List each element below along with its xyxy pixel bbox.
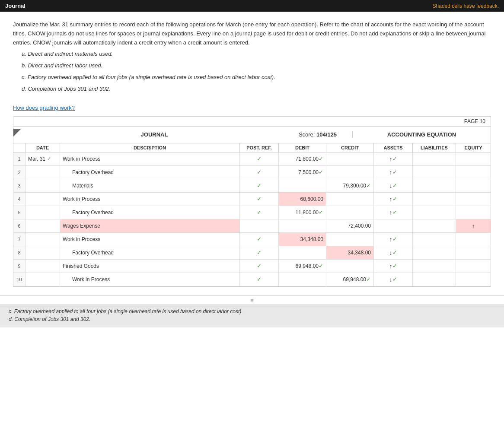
cell-postref[interactable]: ✓ [240, 233, 279, 246]
assets-check-icon: ✓ [392, 249, 397, 256]
cell-date[interactable]: Mar. 31 ✓ [26, 152, 60, 165]
row-number: 7 [13, 233, 26, 246]
cell-debit[interactable]: 34,348.00 [279, 233, 326, 246]
debit-value: 7,500.00 [298, 169, 319, 175]
col-liabilities: LIABILITIES [413, 143, 456, 152]
journal-section: PAGE 10 JOURNAL Score: 104/125 ACCOUNTIN… [13, 116, 491, 287]
cell-credit[interactable]: 79,300.00 ✓ [326, 179, 374, 192]
cell-debit[interactable]: 60,600.00 [279, 193, 326, 206]
cell-liabilities [413, 233, 456, 246]
cell-credit[interactable] [326, 233, 374, 246]
cell-credit[interactable] [326, 193, 374, 206]
instruction-a: a. Direct and indirect materials used. [22, 50, 491, 59]
cell-description[interactable]: Work in Process [60, 233, 240, 246]
postref-check-icon: ✓ [257, 196, 262, 202]
postref-check-icon: ✓ [257, 156, 262, 162]
postref-check-icon: ✓ [257, 169, 262, 175]
cell-description[interactable]: Factory Overhead [60, 166, 240, 179]
cell-equity [456, 206, 491, 219]
cell-debit[interactable] [279, 273, 326, 286]
col-postref: POST. REF. [240, 143, 279, 152]
cell-date[interactable] [26, 273, 60, 286]
cell-credit[interactable]: 34,348.00 [326, 246, 374, 259]
cell-credit[interactable]: 72,400.00 [326, 219, 374, 232]
cell-debit[interactable]: 11,800.00 ✓ [279, 206, 326, 219]
cell-assets: ↑ ✓ [374, 206, 413, 219]
cell-postref[interactable]: ✓ [240, 193, 279, 206]
cell-postref[interactable]: ✓ [240, 179, 279, 192]
postref-check-icon: ✓ [257, 236, 262, 242]
assets-check-icon: ✓ [392, 209, 397, 216]
cell-date[interactable] [26, 193, 60, 206]
cell-date[interactable] [26, 260, 60, 273]
cell-credit[interactable] [326, 152, 374, 165]
cell-date[interactable] [26, 206, 60, 219]
cell-description[interactable]: Finished Goods [60, 260, 240, 273]
cell-credit[interactable]: 69,948.00 ✓ [326, 273, 374, 286]
cell-debit[interactable]: 71,800.00 ✓ [279, 152, 326, 165]
cell-postref[interactable]: ✓ [240, 260, 279, 273]
instruction-b: b. Direct and indirect labor used. [22, 61, 491, 70]
cell-date[interactable] [26, 233, 60, 246]
assets-check-icon: ✓ [392, 236, 397, 242]
cell-liabilities [413, 219, 456, 232]
postref-check-icon: ✓ [257, 263, 262, 269]
debit-check-icon: ✓ [319, 263, 323, 269]
cell-postref[interactable] [240, 219, 279, 232]
cell-postref[interactable]: ✓ [240, 246, 279, 259]
postref-check-icon: ✓ [257, 209, 262, 216]
cell-credit[interactable] [326, 260, 374, 273]
cell-assets: ↓ ✓ [374, 273, 413, 286]
page-label: PAGE 10 [464, 118, 485, 124]
cell-assets: ↑ ✓ [374, 193, 413, 206]
grading-link[interactable]: How does grading work? [13, 105, 75, 111]
footer-bar: c. Factory overhead applied to all four … [0, 305, 504, 327]
assets-check-icon: ✓ [392, 169, 397, 175]
date-text: Mar. 31 [28, 156, 45, 162]
journal-label: JOURNAL [26, 131, 283, 138]
cell-postref[interactable]: ✓ [240, 152, 279, 165]
credit-value: 79,300.00 [343, 183, 366, 189]
feedback-label: Shaded cells have feedback. [433, 3, 499, 9]
row-number: 10 [13, 273, 26, 286]
table-row: 2 Factory Overhead ✓ 7,500.00 ✓ ↑ ✓ [13, 166, 491, 179]
cell-credit[interactable] [326, 206, 374, 219]
cell-debit[interactable]: 7,500.00 ✓ [279, 166, 326, 179]
cell-debit[interactable] [279, 219, 326, 232]
assets-check-icon: ✓ [392, 182, 397, 189]
cell-description[interactable]: Work in Process [60, 152, 240, 165]
cell-description[interactable]: Work in Process [60, 193, 240, 206]
cell-description[interactable]: Materials [60, 179, 240, 192]
cell-debit[interactable]: 69,948.00 ✓ [279, 260, 326, 273]
cell-equity [456, 233, 491, 246]
cell-postref[interactable]: ✓ [240, 166, 279, 179]
credit-check-icon: ✓ [366, 276, 371, 282]
cell-date[interactable] [26, 179, 60, 192]
postref-check-icon: ✓ [257, 182, 262, 189]
app-title: Journal [5, 3, 26, 9]
credit-value: 69,948.00 [343, 276, 366, 282]
cell-description[interactable]: Factory Overhead [60, 206, 240, 219]
instruction-c: c. Factory overhead applied to all four … [22, 73, 491, 82]
cell-date[interactable] [26, 219, 60, 232]
col-headers: DATE DESCRIPTION POST. REF. DEBIT CREDIT… [13, 143, 491, 152]
cell-description[interactable]: Wages Expense [60, 219, 240, 232]
cell-credit[interactable] [326, 166, 374, 179]
cell-description[interactable]: Factory Overhead [60, 246, 240, 259]
assets-arrow: ↑ [389, 156, 392, 162]
cell-debit[interactable] [279, 179, 326, 192]
debit-value: 71,800.00 [296, 156, 319, 162]
accounting-eq-label: ACCOUNTING EQUATION [352, 131, 491, 138]
assets-check-icon: ✓ [392, 276, 397, 282]
cell-date[interactable] [26, 246, 60, 259]
cell-assets: ↓ ✓ [374, 179, 413, 192]
cell-postref[interactable]: ✓ [240, 273, 279, 286]
cell-postref[interactable]: ✓ [240, 206, 279, 219]
page-info-row: PAGE 10 [13, 117, 491, 126]
cell-description[interactable]: Work in Process [60, 273, 240, 286]
assets-arrow: ↓ [389, 249, 392, 256]
assets-check-icon: ✓ [392, 196, 397, 202]
cell-debit[interactable] [279, 246, 326, 259]
cell-date[interactable] [26, 166, 60, 179]
row-number: 8 [13, 246, 26, 259]
